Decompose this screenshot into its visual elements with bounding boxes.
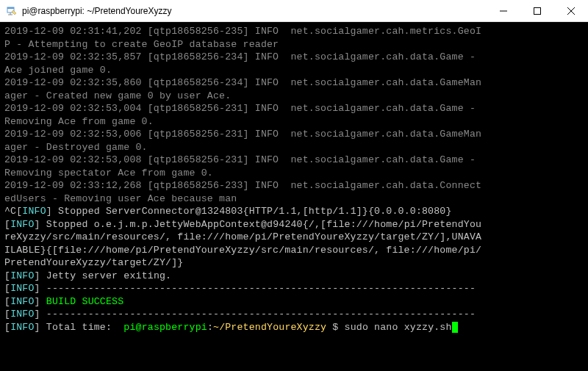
bracket: [: [4, 296, 10, 307]
prompt-end: $: [326, 322, 344, 333]
log-text: reXyzzy/src/main/resources/, file:///hom…: [4, 231, 481, 242]
info-label: INFO: [10, 322, 34, 333]
prompt-user: pi@raspberrypi: [123, 322, 207, 333]
info-label: INFO: [10, 296, 34, 307]
info-label: INFO: [22, 206, 46, 217]
log-line: ager - Destroyed game 0.: [4, 142, 148, 153]
close-button[interactable]: [554, 0, 588, 21]
total-time-label: Total time:: [40, 322, 124, 333]
log-line: Ace joined game 0.: [4, 65, 112, 76]
bracket: [: [4, 322, 10, 333]
bracket: ]: [35, 322, 40, 333]
log-line: 2019-12-09 02:32:35,860 [qtp18658256-234…: [4, 77, 481, 88]
info-label: INFO: [10, 270, 34, 281]
command-input[interactable]: sudo nano xyzzy.sh: [345, 322, 452, 333]
log-line: 2019-12-09 02:32:35,857 [qtp18658256-234…: [4, 51, 481, 62]
bracket: ]: [35, 219, 40, 230]
log-text: Jetty server exiting.: [40, 270, 172, 281]
log-line: 2019-12-09 02:32:53,006 [qtp18658256-231…: [4, 129, 481, 140]
putty-icon: [6, 5, 18, 17]
log-line: 2019-12-09 02:32:53,004 [qtp18658256-231…: [4, 103, 481, 114]
terminal-output[interactable]: 2019-12-09 02:31:41,202 [qtp18658256-235…: [0, 22, 588, 371]
log-text: Stopped ServerConnector@1324803{HTTP/1.1…: [52, 206, 452, 217]
log-line: Removing Ace from game 0.: [4, 116, 154, 127]
bracket: [: [4, 283, 10, 294]
log-line: 2019-12-09 02:32:53,008 [qtp18658256-231…: [4, 154, 481, 165]
window-controls: [487, 0, 588, 21]
log-line: P - Attempting to create GeoIP database …: [4, 39, 279, 50]
bracket: ]: [35, 283, 40, 294]
interrupt-signal: ^C: [4, 206, 16, 217]
cursor-icon: [452, 322, 458, 333]
log-line: Removing spectator Ace from game 0.: [4, 168, 213, 179]
bracket: ]: [35, 309, 40, 320]
bracket: ]: [46, 206, 52, 217]
bracket: ]: [35, 270, 40, 281]
log-line: 2019-12-09 02:33:12,268 [qtp18658256-233…: [4, 180, 481, 191]
window-title: pi@raspberrypi: ~/PretendYoureXyzzy: [22, 6, 487, 16]
log-text: PretendYoureXyzzy/target/ZY/]}: [4, 257, 183, 268]
prompt-path: ~/PretendYoureXyzzy: [213, 322, 326, 333]
build-success: BUILD SUCCESS: [46, 296, 123, 307]
separator-line: ----------------------------------------…: [40, 283, 476, 294]
info-label: INFO: [10, 283, 34, 294]
log-text: ILABLE}{[file:///home/pi/PretendYoureXyz…: [4, 245, 481, 256]
info-label: INFO: [10, 219, 34, 230]
bracket: [: [4, 309, 10, 320]
log-line: ager - Created new game 0 by user Ace.: [4, 90, 231, 101]
separator-line: ----------------------------------------…: [40, 309, 476, 320]
bracket: [: [4, 270, 10, 281]
bracket: ]: [35, 296, 40, 307]
svg-rect-5: [534, 7, 541, 14]
log-line: 2019-12-09 02:31:41,202 [qtp18658256-235…: [4, 26, 481, 37]
info-label: INFO: [10, 309, 34, 320]
bracket: [: [4, 219, 10, 230]
minimize-button[interactable]: [487, 0, 520, 21]
log-text: Stopped o.e.j.m.p.JettyWebAppContext@d94…: [40, 219, 481, 230]
svg-rect-1: [7, 7, 14, 9]
window-titlebar: pi@raspberrypi: ~/PretendYoureXyzzy: [0, 0, 588, 22]
maximize-button[interactable]: [520, 0, 554, 21]
prompt-sep: :: [207, 322, 213, 333]
log-line: edUsers - Removing user Ace because man: [4, 193, 237, 204]
